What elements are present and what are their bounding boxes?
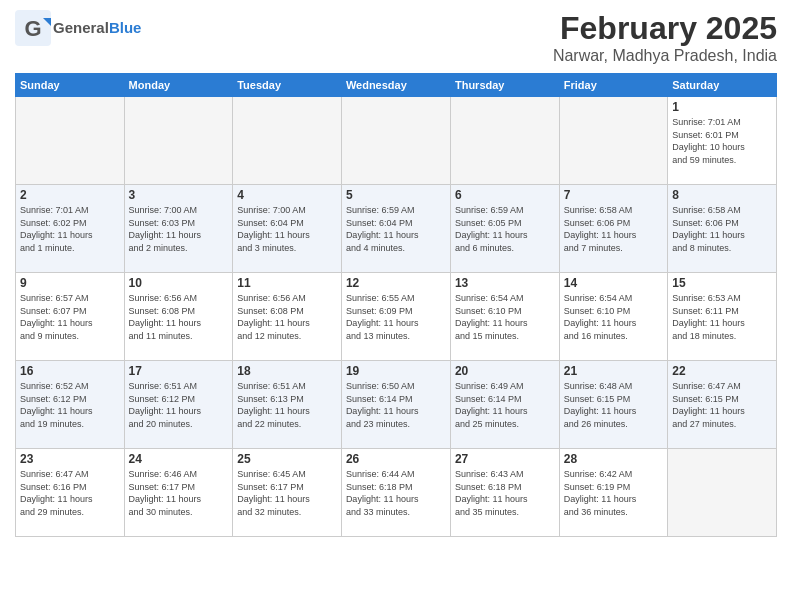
day-number: 9 [20, 276, 120, 290]
day-info: Sunrise: 7:01 AM Sunset: 6:01 PM Dayligh… [672, 116, 772, 166]
logo-general-text: General [53, 19, 109, 36]
table-row: 5Sunrise: 6:59 AM Sunset: 6:04 PM Daylig… [341, 185, 450, 273]
day-info: Sunrise: 6:57 AM Sunset: 6:07 PM Dayligh… [20, 292, 120, 342]
day-number: 13 [455, 276, 555, 290]
day-number: 17 [129, 364, 229, 378]
day-number: 4 [237, 188, 337, 202]
col-monday: Monday [124, 74, 233, 97]
calendar-week-row: 23Sunrise: 6:47 AM Sunset: 6:16 PM Dayli… [16, 449, 777, 537]
day-info: Sunrise: 6:47 AM Sunset: 6:16 PM Dayligh… [20, 468, 120, 518]
day-number: 20 [455, 364, 555, 378]
table-row [668, 449, 777, 537]
day-number: 23 [20, 452, 120, 466]
day-info: Sunrise: 6:45 AM Sunset: 6:17 PM Dayligh… [237, 468, 337, 518]
day-number: 1 [672, 100, 772, 114]
day-info: Sunrise: 6:59 AM Sunset: 6:05 PM Dayligh… [455, 204, 555, 254]
col-sunday: Sunday [16, 74, 125, 97]
day-info: Sunrise: 6:54 AM Sunset: 6:10 PM Dayligh… [455, 292, 555, 342]
table-row: 18Sunrise: 6:51 AM Sunset: 6:13 PM Dayli… [233, 361, 342, 449]
day-info: Sunrise: 6:58 AM Sunset: 6:06 PM Dayligh… [672, 204, 772, 254]
day-info: Sunrise: 6:50 AM Sunset: 6:14 PM Dayligh… [346, 380, 446, 430]
day-number: 6 [455, 188, 555, 202]
table-row: 13Sunrise: 6:54 AM Sunset: 6:10 PM Dayli… [450, 273, 559, 361]
day-number: 12 [346, 276, 446, 290]
calendar-week-row: 16Sunrise: 6:52 AM Sunset: 6:12 PM Dayli… [16, 361, 777, 449]
table-row: 23Sunrise: 6:47 AM Sunset: 6:16 PM Dayli… [16, 449, 125, 537]
table-row [16, 97, 125, 185]
calendar-week-row: 1Sunrise: 7:01 AM Sunset: 6:01 PM Daylig… [16, 97, 777, 185]
main-title: February 2025 [553, 10, 777, 47]
day-number: 14 [564, 276, 663, 290]
col-thursday: Thursday [450, 74, 559, 97]
svg-text:G: G [24, 16, 41, 41]
day-info: Sunrise: 6:51 AM Sunset: 6:13 PM Dayligh… [237, 380, 337, 430]
day-number: 22 [672, 364, 772, 378]
day-info: Sunrise: 6:51 AM Sunset: 6:12 PM Dayligh… [129, 380, 229, 430]
day-info: Sunrise: 6:47 AM Sunset: 6:15 PM Dayligh… [672, 380, 772, 430]
calendar-header-row: Sunday Monday Tuesday Wednesday Thursday… [16, 74, 777, 97]
col-friday: Friday [559, 74, 667, 97]
table-row: 25Sunrise: 6:45 AM Sunset: 6:17 PM Dayli… [233, 449, 342, 537]
table-row [341, 97, 450, 185]
day-number: 3 [129, 188, 229, 202]
table-row [233, 97, 342, 185]
day-info: Sunrise: 7:01 AM Sunset: 6:02 PM Dayligh… [20, 204, 120, 254]
day-info: Sunrise: 6:48 AM Sunset: 6:15 PM Dayligh… [564, 380, 663, 430]
day-info: Sunrise: 6:56 AM Sunset: 6:08 PM Dayligh… [237, 292, 337, 342]
day-info: Sunrise: 6:54 AM Sunset: 6:10 PM Dayligh… [564, 292, 663, 342]
day-info: Sunrise: 6:55 AM Sunset: 6:09 PM Dayligh… [346, 292, 446, 342]
day-info: Sunrise: 6:44 AM Sunset: 6:18 PM Dayligh… [346, 468, 446, 518]
table-row: 26Sunrise: 6:44 AM Sunset: 6:18 PM Dayli… [341, 449, 450, 537]
table-row: 16Sunrise: 6:52 AM Sunset: 6:12 PM Dayli… [16, 361, 125, 449]
day-number: 18 [237, 364, 337, 378]
table-row: 17Sunrise: 6:51 AM Sunset: 6:12 PM Dayli… [124, 361, 233, 449]
calendar-week-row: 2Sunrise: 7:01 AM Sunset: 6:02 PM Daylig… [16, 185, 777, 273]
table-row: 22Sunrise: 6:47 AM Sunset: 6:15 PM Dayli… [668, 361, 777, 449]
day-number: 2 [20, 188, 120, 202]
day-number: 26 [346, 452, 446, 466]
subtitle: Narwar, Madhya Pradesh, India [553, 47, 777, 65]
day-number: 25 [237, 452, 337, 466]
day-info: Sunrise: 7:00 AM Sunset: 6:04 PM Dayligh… [237, 204, 337, 254]
table-row: 7Sunrise: 6:58 AM Sunset: 6:06 PM Daylig… [559, 185, 667, 273]
table-row: 1Sunrise: 7:01 AM Sunset: 6:01 PM Daylig… [668, 97, 777, 185]
day-info: Sunrise: 6:43 AM Sunset: 6:18 PM Dayligh… [455, 468, 555, 518]
table-row [124, 97, 233, 185]
day-number: 28 [564, 452, 663, 466]
col-saturday: Saturday [668, 74, 777, 97]
table-row: 6Sunrise: 6:59 AM Sunset: 6:05 PM Daylig… [450, 185, 559, 273]
day-number: 11 [237, 276, 337, 290]
logo: G GeneralBlue [15, 10, 141, 46]
day-info: Sunrise: 6:52 AM Sunset: 6:12 PM Dayligh… [20, 380, 120, 430]
day-number: 8 [672, 188, 772, 202]
day-info: Sunrise: 6:42 AM Sunset: 6:19 PM Dayligh… [564, 468, 663, 518]
day-info: Sunrise: 6:58 AM Sunset: 6:06 PM Dayligh… [564, 204, 663, 254]
day-info: Sunrise: 6:49 AM Sunset: 6:14 PM Dayligh… [455, 380, 555, 430]
table-row: 8Sunrise: 6:58 AM Sunset: 6:06 PM Daylig… [668, 185, 777, 273]
day-number: 24 [129, 452, 229, 466]
col-wednesday: Wednesday [341, 74, 450, 97]
table-row: 2Sunrise: 7:01 AM Sunset: 6:02 PM Daylig… [16, 185, 125, 273]
table-row: 28Sunrise: 6:42 AM Sunset: 6:19 PM Dayli… [559, 449, 667, 537]
day-number: 10 [129, 276, 229, 290]
table-row: 27Sunrise: 6:43 AM Sunset: 6:18 PM Dayli… [450, 449, 559, 537]
table-row: 14Sunrise: 6:54 AM Sunset: 6:10 PM Dayli… [559, 273, 667, 361]
logo-blue-text: Blue [109, 19, 142, 36]
day-number: 15 [672, 276, 772, 290]
table-row: 9Sunrise: 6:57 AM Sunset: 6:07 PM Daylig… [16, 273, 125, 361]
table-row: 3Sunrise: 7:00 AM Sunset: 6:03 PM Daylig… [124, 185, 233, 273]
day-number: 5 [346, 188, 446, 202]
header: G GeneralBlue February 2025 Narwar, Madh… [15, 10, 777, 65]
table-row: 12Sunrise: 6:55 AM Sunset: 6:09 PM Dayli… [341, 273, 450, 361]
table-row: 21Sunrise: 6:48 AM Sunset: 6:15 PM Dayli… [559, 361, 667, 449]
table-row: 24Sunrise: 6:46 AM Sunset: 6:17 PM Dayli… [124, 449, 233, 537]
day-number: 27 [455, 452, 555, 466]
logo-icon: G [15, 10, 51, 46]
day-info: Sunrise: 6:53 AM Sunset: 6:11 PM Dayligh… [672, 292, 772, 342]
col-tuesday: Tuesday [233, 74, 342, 97]
calendar: Sunday Monday Tuesday Wednesday Thursday… [15, 73, 777, 537]
table-row: 20Sunrise: 6:49 AM Sunset: 6:14 PM Dayli… [450, 361, 559, 449]
table-row: 4Sunrise: 7:00 AM Sunset: 6:04 PM Daylig… [233, 185, 342, 273]
table-row: 15Sunrise: 6:53 AM Sunset: 6:11 PM Dayli… [668, 273, 777, 361]
table-row: 10Sunrise: 6:56 AM Sunset: 6:08 PM Dayli… [124, 273, 233, 361]
